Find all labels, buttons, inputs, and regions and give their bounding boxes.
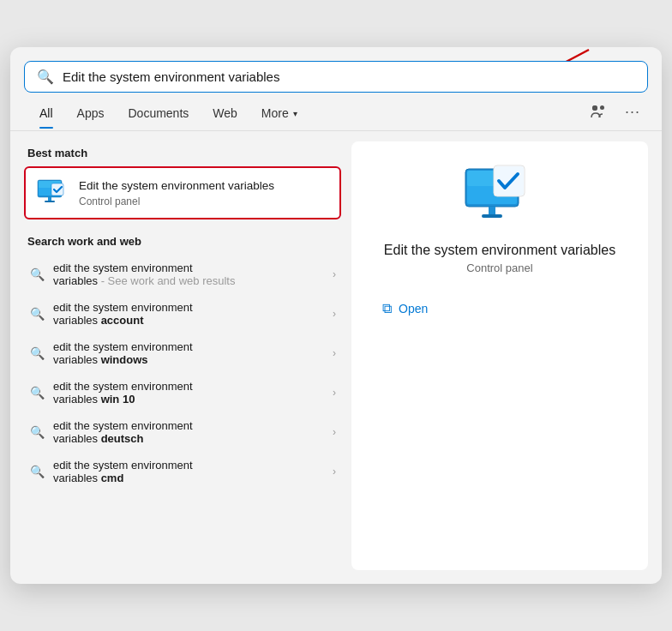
main-content: Best match Edi bbox=[10, 131, 662, 570]
svg-rect-4 bbox=[600, 105, 604, 110]
person-icon-btn[interactable] bbox=[586, 99, 610, 123]
chevron-right-icon: › bbox=[333, 426, 336, 438]
detail-monitor-icon bbox=[461, 162, 538, 231]
tab-more[interactable]: More ▾ bbox=[249, 101, 309, 129]
tabs-row: All Apps Documents Web More ▾ bbox=[10, 93, 662, 131]
tabs-right: ··· bbox=[586, 99, 645, 130]
svg-rect-15 bbox=[489, 207, 495, 215]
external-link-icon: ⧉ bbox=[382, 301, 392, 316]
tab-web[interactable]: Web bbox=[201, 101, 249, 129]
chevron-right-icon: › bbox=[333, 308, 336, 320]
detail-title: Edit the system environment variables bbox=[384, 243, 615, 258]
chevron-right-icon: › bbox=[333, 466, 336, 478]
suggestion-item[interactable]: 🔍 edit the system environmentvariables a… bbox=[24, 294, 341, 334]
best-match-subtitle: Control panel bbox=[79, 195, 274, 207]
suggestion-item[interactable]: 🔍 edit the system environmentvariables -… bbox=[24, 255, 341, 294]
suggestion-text-4: edit the system environmentvariables win… bbox=[53, 380, 324, 406]
svg-rect-3 bbox=[592, 105, 597, 111]
svg-rect-16 bbox=[482, 214, 502, 218]
suggestion-item[interactable]: 🔍 edit the system environmentvariables c… bbox=[24, 452, 341, 491]
search-input[interactable] bbox=[63, 69, 635, 84]
suggestion-item[interactable]: 🔍 edit the system environmentvariables d… bbox=[24, 412, 341, 452]
chevron-right-icon: › bbox=[333, 387, 336, 399]
tab-all[interactable]: All bbox=[27, 101, 65, 129]
person-icon bbox=[591, 104, 606, 119]
svg-rect-9 bbox=[45, 201, 55, 202]
suggestion-search-icon: 🔍 bbox=[29, 425, 45, 439]
suggestion-text-3: edit the system environmentvariables win… bbox=[53, 340, 324, 366]
suggestion-item[interactable]: 🔍 edit the system environmentvariables w… bbox=[24, 334, 341, 373]
search-icon: 🔍 bbox=[37, 69, 54, 85]
search-bar-area: 🔍 bbox=[10, 47, 662, 93]
suggestion-item[interactable]: 🔍 edit the system environmentvariables w… bbox=[24, 373, 341, 412]
chevron-down-icon: ▾ bbox=[293, 109, 297, 118]
best-match-label: Best match bbox=[24, 141, 341, 166]
more-options-btn[interactable]: ··· bbox=[621, 99, 645, 123]
search-window: 🔍 All Apps Documents Web More ▾ bbox=[10, 47, 662, 584]
chevron-right-icon: › bbox=[333, 347, 336, 359]
best-match-title: Edit the system environment variables bbox=[79, 178, 274, 195]
suggestion-text-6: edit the system environmentvariables cmd bbox=[53, 459, 324, 484]
suggestion-search-icon: 🔍 bbox=[29, 386, 45, 400]
open-button[interactable]: ⧉ Open bbox=[369, 295, 441, 322]
suggestion-search-icon: 🔍 bbox=[29, 465, 45, 478]
suggestion-search-icon: 🔍 bbox=[29, 346, 45, 360]
suggestion-search-icon: 🔍 bbox=[29, 267, 45, 281]
right-panel: Edit the system environment variables Co… bbox=[351, 141, 648, 570]
suggestion-text-5: edit the system environmentvariables deu… bbox=[53, 419, 324, 445]
search-web-label: Search work and web bbox=[24, 231, 341, 255]
detail-subtitle: Control panel bbox=[466, 261, 532, 274]
search-input-wrapper[interactable]: 🔍 bbox=[24, 61, 648, 93]
suggestion-text-1: edit the system environmentvariables - S… bbox=[53, 261, 324, 287]
detail-icon-area bbox=[461, 162, 538, 231]
tab-apps[interactable]: Apps bbox=[65, 101, 117, 129]
best-match-item[interactable]: Edit the system environment variables Co… bbox=[24, 166, 341, 219]
left-panel: Best match Edi bbox=[24, 141, 341, 570]
suggestion-text-2: edit the system environmentvariables acc… bbox=[53, 301, 324, 327]
best-match-text: Edit the system environment variables Co… bbox=[79, 178, 274, 208]
ellipsis-icon: ··· bbox=[625, 103, 640, 121]
suggestion-search-icon: 🔍 bbox=[29, 307, 45, 321]
chevron-right-icon: › bbox=[333, 268, 336, 280]
control-panel-icon bbox=[36, 177, 69, 209]
tab-documents[interactable]: Documents bbox=[116, 101, 201, 129]
